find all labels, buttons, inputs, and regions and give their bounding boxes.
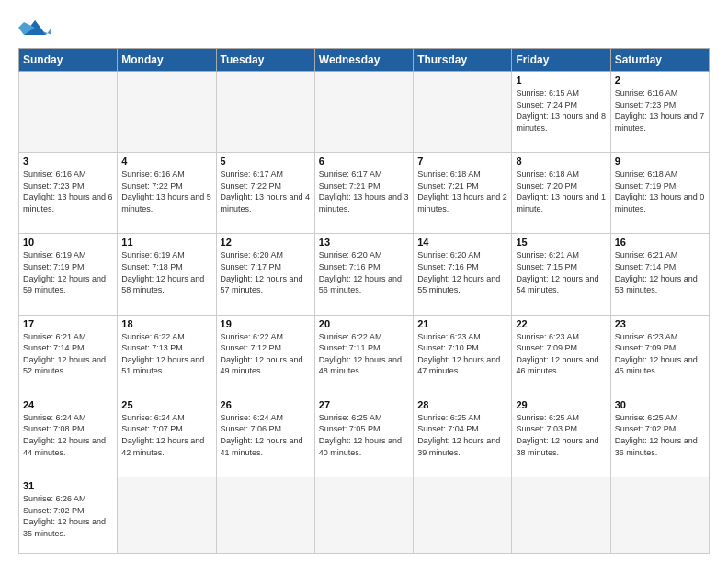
calendar-week-row: 1Sunrise: 6:15 AMSunset: 7:24 PMDaylight…	[19, 72, 710, 153]
day-number: 4	[121, 155, 211, 167]
calendar-cell: 4Sunrise: 6:16 AMSunset: 7:22 PMDaylight…	[118, 153, 216, 234]
day-number: 26	[221, 399, 311, 410]
calendar-cell: 10Sunrise: 6:19 AMSunset: 7:19 PMDayligh…	[19, 234, 118, 315]
calendar-cell: 7Sunrise: 6:18 AMSunset: 7:21 PMDaylight…	[414, 153, 512, 234]
day-number: 16	[615, 236, 705, 247]
day-number: 5	[221, 155, 311, 167]
day-info: Sunrise: 6:24 AMSunset: 7:07 PMDaylight:…	[121, 412, 211, 458]
column-header-friday: Friday	[512, 49, 610, 72]
day-info: Sunrise: 6:15 AMSunset: 7:24 PMDaylight:…	[516, 87, 606, 133]
day-number: 13	[319, 236, 409, 247]
calendar-cell: 11Sunrise: 6:19 AMSunset: 7:18 PMDayligh…	[118, 234, 216, 315]
day-number: 8	[516, 155, 606, 167]
calendar-cell	[610, 477, 709, 554]
day-number: 27	[319, 399, 409, 410]
day-number: 15	[516, 236, 606, 247]
calendar-cell: 14Sunrise: 6:20 AMSunset: 7:16 PMDayligh…	[414, 234, 512, 315]
day-number: 18	[121, 318, 211, 329]
calendar-cell: 17Sunrise: 6:21 AMSunset: 7:14 PMDayligh…	[19, 315, 118, 396]
column-header-monday: Monday	[118, 49, 216, 72]
column-header-saturday: Saturday	[610, 49, 709, 72]
day-info: Sunrise: 6:20 AMSunset: 7:16 PMDaylight:…	[319, 249, 409, 295]
day-number: 14	[417, 236, 507, 247]
calendar-cell: 25Sunrise: 6:24 AMSunset: 7:07 PMDayligh…	[118, 396, 216, 477]
calendar-cell: 1Sunrise: 6:15 AMSunset: 7:24 PMDaylight…	[512, 72, 610, 153]
day-number: 21	[417, 318, 507, 329]
calendar-cell	[414, 72, 512, 153]
calendar-week-row: 3Sunrise: 6:16 AMSunset: 7:23 PMDaylight…	[19, 153, 710, 234]
calendar-cell	[414, 477, 512, 554]
day-info: Sunrise: 6:18 AMSunset: 7:21 PMDaylight:…	[417, 168, 507, 214]
calendar-cell: 2Sunrise: 6:16 AMSunset: 7:23 PMDaylight…	[610, 72, 709, 153]
day-info: Sunrise: 6:25 AMSunset: 7:03 PMDaylight:…	[516, 412, 606, 458]
day-number: 25	[121, 399, 211, 410]
calendar-cell: 24Sunrise: 6:24 AMSunset: 7:08 PMDayligh…	[19, 396, 118, 477]
calendar-header-row: SundayMondayTuesdayWednesdayThursdayFrid…	[19, 49, 710, 72]
day-info: Sunrise: 6:16 AMSunset: 7:22 PMDaylight:…	[121, 168, 211, 214]
day-info: Sunrise: 6:17 AMSunset: 7:21 PMDaylight:…	[319, 168, 409, 214]
day-number: 17	[23, 318, 113, 329]
day-number: 19	[221, 318, 311, 329]
calendar-week-row: 24Sunrise: 6:24 AMSunset: 7:08 PMDayligh…	[19, 396, 710, 477]
calendar-cell: 18Sunrise: 6:22 AMSunset: 7:13 PMDayligh…	[118, 315, 216, 396]
calendar-cell: 13Sunrise: 6:20 AMSunset: 7:16 PMDayligh…	[314, 234, 413, 315]
day-info: Sunrise: 6:17 AMSunset: 7:22 PMDaylight:…	[221, 168, 311, 214]
calendar-cell: 8Sunrise: 6:18 AMSunset: 7:20 PMDaylight…	[512, 153, 610, 234]
day-info: Sunrise: 6:20 AMSunset: 7:16 PMDaylight:…	[417, 249, 507, 295]
calendar-page: SundayMondayTuesdayWednesdayThursdayFrid…	[0, 0, 728, 563]
calendar-week-row: 10Sunrise: 6:19 AMSunset: 7:19 PMDayligh…	[19, 234, 710, 315]
calendar-cell: 23Sunrise: 6:23 AMSunset: 7:09 PMDayligh…	[610, 315, 709, 396]
calendar-cell: 27Sunrise: 6:25 AMSunset: 7:05 PMDayligh…	[314, 396, 413, 477]
calendar-cell: 30Sunrise: 6:25 AMSunset: 7:02 PMDayligh…	[610, 396, 709, 477]
calendar-cell	[314, 72, 413, 153]
day-number: 6	[319, 155, 409, 167]
day-info: Sunrise: 6:20 AMSunset: 7:17 PMDaylight:…	[221, 249, 311, 295]
day-info: Sunrise: 6:26 AMSunset: 7:02 PMDaylight:…	[23, 493, 113, 539]
calendar-cell: 19Sunrise: 6:22 AMSunset: 7:12 PMDayligh…	[216, 315, 314, 396]
day-info: Sunrise: 6:19 AMSunset: 7:18 PMDaylight:…	[121, 249, 211, 295]
day-number: 9	[615, 155, 705, 167]
day-number: 20	[319, 318, 409, 329]
day-number: 29	[516, 399, 606, 410]
calendar-cell: 6Sunrise: 6:17 AMSunset: 7:21 PMDaylight…	[314, 153, 413, 234]
calendar-cell: 9Sunrise: 6:18 AMSunset: 7:19 PMDaylight…	[610, 153, 709, 234]
calendar-cell	[118, 477, 216, 554]
calendar-cell: 21Sunrise: 6:23 AMSunset: 7:10 PMDayligh…	[414, 315, 512, 396]
day-info: Sunrise: 6:16 AMSunset: 7:23 PMDaylight:…	[615, 87, 705, 133]
day-number: 10	[23, 236, 113, 247]
calendar-cell	[512, 477, 610, 554]
day-info: Sunrise: 6:21 AMSunset: 7:15 PMDaylight:…	[516, 249, 606, 295]
calendar-cell	[216, 477, 314, 554]
day-info: Sunrise: 6:23 AMSunset: 7:09 PMDaylight:…	[516, 331, 606, 377]
day-number: 31	[23, 480, 113, 491]
day-number: 30	[615, 399, 705, 410]
logo	[18, 15, 57, 40]
day-number: 22	[516, 318, 606, 329]
day-info: Sunrise: 6:21 AMSunset: 7:14 PMDaylight:…	[23, 331, 113, 377]
calendar-cell	[19, 72, 118, 153]
calendar-cell	[314, 477, 413, 554]
calendar-cell: 12Sunrise: 6:20 AMSunset: 7:17 PMDayligh…	[216, 234, 314, 315]
day-info: Sunrise: 6:18 AMSunset: 7:20 PMDaylight:…	[516, 168, 606, 214]
calendar-week-row: 31Sunrise: 6:26 AMSunset: 7:02 PMDayligh…	[19, 477, 710, 554]
day-info: Sunrise: 6:22 AMSunset: 7:13 PMDaylight:…	[121, 331, 211, 377]
day-info: Sunrise: 6:19 AMSunset: 7:19 PMDaylight:…	[23, 249, 113, 295]
day-number: 28	[417, 399, 507, 410]
generalblue-icon	[18, 15, 51, 40]
day-number: 12	[221, 236, 311, 247]
day-number: 7	[417, 155, 507, 167]
day-info: Sunrise: 6:16 AMSunset: 7:23 PMDaylight:…	[23, 168, 113, 214]
day-number: 2	[615, 75, 705, 86]
day-info: Sunrise: 6:24 AMSunset: 7:08 PMDaylight:…	[23, 412, 113, 458]
day-info: Sunrise: 6:25 AMSunset: 7:04 PMDaylight:…	[417, 412, 507, 458]
calendar-cell: 20Sunrise: 6:22 AMSunset: 7:11 PMDayligh…	[314, 315, 413, 396]
calendar-cell: 22Sunrise: 6:23 AMSunset: 7:09 PMDayligh…	[512, 315, 610, 396]
calendar-table: SundayMondayTuesdayWednesdayThursdayFrid…	[18, 48, 710, 554]
calendar-cell: 31Sunrise: 6:26 AMSunset: 7:02 PMDayligh…	[19, 477, 118, 554]
day-number: 23	[615, 318, 705, 329]
calendar-cell: 5Sunrise: 6:17 AMSunset: 7:22 PMDaylight…	[216, 153, 314, 234]
header	[18, 15, 710, 40]
day-number: 24	[23, 399, 113, 410]
day-info: Sunrise: 6:25 AMSunset: 7:05 PMDaylight:…	[319, 412, 409, 458]
column-header-sunday: Sunday	[19, 49, 118, 72]
